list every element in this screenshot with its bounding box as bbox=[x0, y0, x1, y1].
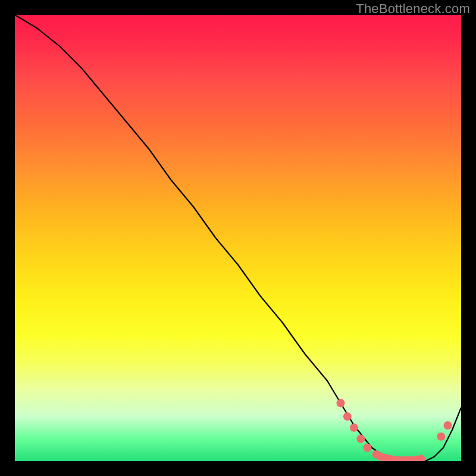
curve-marker bbox=[350, 424, 358, 432]
curve-marker bbox=[444, 421, 452, 430]
bottleneck-curve bbox=[15, 15, 461, 461]
chart-stage: TheBottleneck.com bbox=[0, 0, 476, 476]
curve-marker bbox=[343, 412, 352, 421]
curve-marker bbox=[364, 444, 372, 452]
curve-marker bbox=[337, 399, 345, 408]
curve-markers bbox=[337, 399, 452, 462]
curve-layer bbox=[15, 15, 461, 461]
curve-marker bbox=[417, 455, 425, 461]
plot-area bbox=[15, 15, 461, 461]
curve-marker bbox=[356, 435, 365, 443]
curve-marker bbox=[437, 433, 445, 441]
